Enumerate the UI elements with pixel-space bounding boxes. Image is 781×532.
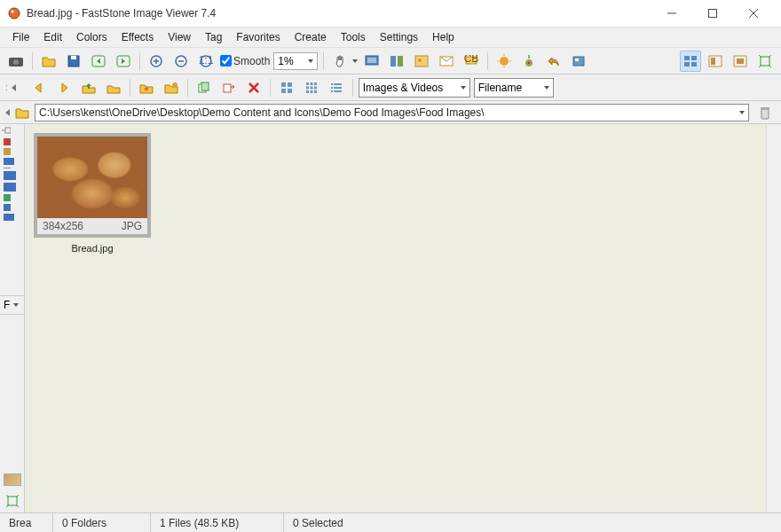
chevron-down-icon[interactable]	[739, 111, 745, 114]
thumbnail-area[interactable]: 384x256 JPG Bread.jpg	[25, 124, 781, 512]
menu-file[interactable]: File	[5, 28, 36, 46]
svg-rect-50	[224, 84, 231, 92]
view-fullscreen-icon[interactable]	[730, 51, 751, 72]
undo-icon[interactable]	[543, 51, 564, 72]
smooth-checkbox[interactable]: Smooth	[220, 55, 270, 67]
chevron-down-icon	[308, 59, 313, 63]
jpeg-comment-icon[interactable]: CB	[461, 51, 482, 72]
hand-tool-icon[interactable]	[329, 51, 351, 72]
thumbnail-item[interactable]: 384x256 JPG Bread.jpg	[34, 133, 151, 254]
svg-rect-62	[314, 86, 317, 89]
recycle-icon[interactable]	[754, 102, 776, 123]
status-folders: 0 Folders	[53, 513, 151, 532]
svg-rect-70	[331, 90, 333, 92]
filter-label: Images & Videos	[363, 82, 444, 94]
menu-effects[interactable]: Effects	[114, 28, 161, 46]
email-icon[interactable]	[436, 51, 457, 72]
view-preview-icon[interactable]	[705, 51, 726, 72]
view-small-icons-icon[interactable]	[301, 77, 322, 98]
zoom-value: 1%	[278, 55, 293, 67]
move-to-icon[interactable]	[218, 77, 240, 98]
chevron-left-icon[interactable]	[12, 84, 16, 91]
svg-point-24	[418, 59, 422, 62]
svg-rect-23	[415, 56, 428, 66]
menu-edit[interactable]: Edit	[36, 28, 69, 46]
copy-to-icon[interactable]	[193, 77, 215, 98]
panel-handle-left[interactable]: :	[5, 82, 8, 92]
window-title: Bread.jpg - FastStone Image Viewer 7.4	[27, 7, 216, 20]
zoom-actual-icon[interactable]: 1:1	[195, 51, 217, 72]
svg-rect-65	[314, 90, 317, 93]
nav-home-icon[interactable]	[103, 77, 124, 98]
svg-rect-39	[691, 56, 697, 60]
compare-icon[interactable]	[386, 51, 407, 72]
menu-favorites[interactable]: Favorites	[229, 28, 287, 46]
svg-rect-68	[331, 87, 333, 89]
view-thumbnails-icon[interactable]	[680, 51, 701, 72]
fit-icon[interactable]	[4, 493, 20, 509]
zoom-out-icon[interactable]	[170, 51, 192, 72]
slideshow-icon[interactable]	[361, 51, 383, 72]
fit-window-icon[interactable]	[754, 51, 776, 72]
red-eye-icon[interactable]	[518, 51, 540, 72]
filter-combo[interactable]: Images & Videos	[359, 78, 470, 98]
open-icon[interactable]	[38, 51, 59, 72]
svg-point-0	[9, 8, 20, 19]
menu-colors[interactable]: Colors	[69, 28, 114, 46]
sidebar-drive-label[interactable]: F	[0, 295, 24, 315]
wallpaper-icon[interactable]	[411, 51, 432, 72]
title-bar: Bread.jpg - FastStone Image Viewer 7.4	[0, 0, 781, 27]
minimize-button[interactable]	[651, 0, 692, 27]
path-text: C:\Users\kenst\OneDrive\Desktop\Demo Con…	[39, 106, 739, 119]
sort-combo[interactable]: Filename	[474, 78, 554, 98]
menu-tag[interactable]: Tag	[198, 28, 229, 46]
acquire-icon[interactable]	[5, 51, 27, 72]
prev-icon[interactable]	[88, 51, 109, 72]
svg-rect-20	[367, 58, 376, 63]
next-icon[interactable]	[113, 51, 134, 72]
nav-back-icon[interactable]	[28, 77, 50, 98]
delete-icon[interactable]	[243, 77, 264, 98]
view-large-icons-icon[interactable]	[276, 77, 297, 98]
menu-help[interactable]: Help	[425, 28, 462, 46]
svg-rect-3	[709, 10, 717, 18]
nav-forward-icon[interactable]	[53, 77, 75, 98]
svg-rect-45	[737, 59, 744, 64]
menu-bar: File Edit Colors Effects View Tag Favori…	[0, 27, 781, 48]
svg-rect-46	[761, 57, 769, 66]
save-icon[interactable]	[63, 51, 84, 72]
menu-settings[interactable]: Settings	[373, 28, 425, 46]
svg-rect-75	[8, 497, 17, 505]
thumbnail-dimensions: 384x256	[43, 220, 83, 232]
preview-thumb[interactable]	[4, 473, 21, 486]
drive-tree-handle[interactable]	[0, 124, 24, 137]
nav-toolbar: : Images & Videos Filename	[0, 74, 781, 101]
zoom-input[interactable]: 1%	[273, 52, 318, 70]
folder-icon	[15, 106, 29, 119]
left-sidebar: F	[0, 124, 25, 512]
vertical-scrollbar[interactable]	[766, 124, 781, 512]
svg-point-7	[13, 59, 19, 65]
settings-icon[interactable]	[568, 51, 589, 72]
svg-rect-53	[281, 82, 286, 87]
menu-create[interactable]: Create	[288, 28, 334, 46]
zoom-in-icon[interactable]	[146, 51, 167, 72]
svg-point-47	[172, 82, 178, 88]
menu-view[interactable]: View	[161, 28, 198, 46]
favorites-folder-icon[interactable]	[136, 77, 157, 98]
effects-icon[interactable]	[493, 51, 515, 72]
svg-rect-9	[71, 56, 76, 59]
close-button[interactable]	[733, 0, 774, 27]
new-folder-icon[interactable]	[161, 77, 182, 98]
svg-rect-37	[575, 59, 579, 61]
menu-tools[interactable]: Tools	[334, 28, 373, 46]
svg-rect-40	[684, 62, 690, 66]
view-details-icon[interactable]	[326, 77, 347, 98]
thumbnail-format: JPG	[122, 220, 142, 232]
hand-dropdown-icon[interactable]	[352, 59, 358, 63]
nav-up-icon[interactable]	[78, 77, 99, 98]
path-input[interactable]: C:\Users\kenst\OneDrive\Desktop\Demo Con…	[35, 104, 749, 121]
svg-point-28	[500, 57, 509, 66]
maximize-button[interactable]	[692, 0, 733, 27]
path-bar: C:\Users\kenst\OneDrive\Desktop\Demo Con…	[0, 101, 781, 124]
